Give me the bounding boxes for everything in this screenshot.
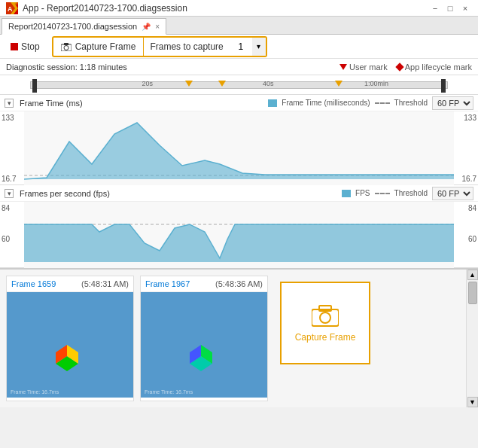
frame-time-legend: Frame Time (milliseconds) Threshold 60 F…: [268, 96, 473, 110]
app-icon: A: [6, 2, 18, 14]
fps-title: Frames per second (fps): [20, 189, 336, 198]
tick-40s: 40s: [263, 80, 274, 87]
fps-chart-section: ▾ Frames per second (fps) FPS Threshold …: [0, 185, 478, 268]
window-controls: − □ ×: [428, 2, 472, 15]
frames-dropdown-button[interactable]: ▾: [252, 38, 266, 56]
toolbar: Stop Capture Frame Frames to capture ▾: [0, 35, 478, 59]
pin-icon: 📌: [142, 23, 151, 31]
frame-1967-preview: Frame Time: 16.7ms: [141, 292, 267, 398]
fps-y-labels-right: 84 60: [454, 202, 478, 268]
frame-time-chart-section: ▾ Frame Time (ms) Frame Time (millisecon…: [0, 95, 478, 185]
fps-canvas: 84 60 84 60: [0, 202, 478, 268]
svg-point-4: [64, 45, 69, 50]
frame-1659-svg: Frame Time: 16.7ms: [7, 292, 133, 398]
frame-1967-label: Frame 1967: [145, 279, 190, 288]
camera-icon: [61, 42, 72, 51]
frame-time-svg: [24, 111, 454, 185]
frame-time-y-labels-right: 133 16.7: [454, 111, 478, 185]
user-mark-2: [218, 81, 226, 87]
capture-frame-button[interactable]: Capture Frame: [53, 38, 144, 56]
scroll-down-button[interactable]: ▼: [467, 397, 478, 407]
timeline[interactable]: 20s 40s 1:00min: [0, 75, 478, 95]
title-bar: A App - Report20140723-1700.diagsession …: [0, 0, 478, 17]
user-mark-icon: [339, 64, 347, 70]
diag-bar: Diagnostic session: 1:18 minutes User ma…: [0, 59, 478, 75]
scroll-track[interactable]: [468, 280, 477, 397]
frame-time-legend-label: Frame Time (milliseconds): [282, 99, 370, 107]
app-mark-label: App lifecycle mark: [405, 62, 472, 72]
svg-text:A: A: [8, 5, 13, 13]
stop-label: Stop: [21, 41, 40, 52]
frame-1659-time: (5:48:31 AM): [81, 279, 129, 288]
session-info: Diagnostic session: 1:18 minutes: [6, 62, 127, 72]
fps-legend-box: [342, 190, 351, 197]
threshold-legend-label: Threshold: [394, 99, 428, 107]
svg-point-23: [320, 312, 330, 323]
svg-marker-11: [24, 224, 454, 262]
capture-frame-card[interactable]: Capture Frame: [280, 282, 370, 364]
title-text: App - Report20140723-1700.diagsession: [23, 3, 187, 14]
frames-to-capture-label: Frames to capture: [144, 41, 229, 52]
title-bar-left: A App - Report20140723-1700.diagsession: [6, 2, 187, 14]
fps-svg: [24, 202, 454, 268]
fps-y-60-r: 60: [455, 235, 476, 243]
frames-scroll-area[interactable]: Frame 1659 (5:48:31 AM) Frame Time: 16.7…: [0, 270, 466, 407]
frame-time-y-labels-left: 133 16.7: [0, 111, 24, 185]
frame-1659-header: Frame 1659 (5:48:31 AM): [7, 276, 133, 292]
y-label-bottom: 16.7: [2, 175, 23, 183]
user-mark-legend: User mark: [339, 62, 388, 72]
capture-label: Capture Frame: [75, 41, 136, 52]
frame-1967-time: (5:48:36 AM): [215, 279, 263, 288]
fps-legend-label: FPS: [355, 189, 370, 197]
frame-card-1659: Frame 1659 (5:48:31 AM) Frame Time: 16.7…: [6, 276, 134, 401]
marks-legend: User mark App lifecycle mark: [339, 62, 472, 72]
y-label-bottom-r: 16.7: [455, 175, 476, 183]
timeline-end-marker[interactable]: [441, 79, 446, 93]
stop-button[interactable]: Stop: [5, 39, 46, 54]
app-mark-icon: [395, 62, 403, 71]
fps-y-labels-left: 84 60: [0, 202, 24, 268]
scroll-up-button[interactable]: ▲: [467, 270, 478, 280]
svg-text:Frame Time: 16.7ms: Frame Time: 16.7ms: [11, 389, 59, 395]
tick-20s: 20s: [142, 80, 154, 87]
capture-card-camera-icon: [312, 303, 339, 328]
frame-time-fps-select[interactable]: 60 FPS 30 FPS: [432, 96, 473, 110]
scroll-thumb[interactable]: [468, 282, 477, 304]
tick-1min: 1:00min: [364, 80, 388, 87]
user-mark-1: [185, 81, 193, 87]
svg-rect-12: [7, 292, 133, 398]
tab-filename: Report20140723-1700.diagsession: [8, 22, 137, 31]
frames-section: Frame 1659 (5:48:31 AM) Frame Time: 16.7…: [0, 268, 478, 407]
close-button[interactable]: ×: [458, 2, 472, 15]
frames-count-input[interactable]: [230, 38, 252, 56]
svg-rect-5: [64, 43, 69, 45]
frame-time-canvas: 133 16.7 133 16.7: [0, 111, 478, 185]
fps-collapse[interactable]: ▾: [5, 189, 14, 198]
frame-time-legend-box: [268, 99, 277, 107]
tab-bar: Report20140723-1700.diagsession 📌 ×: [0, 17, 478, 35]
user-mark-3: [335, 81, 343, 87]
frame-1659-preview: Frame Time: 16.7ms: [7, 292, 133, 398]
timeline-start-marker[interactable]: [32, 79, 37, 93]
frame-time-header: ▾ Frame Time (ms) Frame Time (millisecon…: [0, 95, 478, 111]
frame-time-collapse[interactable]: ▾: [5, 99, 14, 108]
capture-group: Capture Frame Frames to capture ▾: [52, 36, 267, 57]
svg-text:Frame Time: 16.7ms: Frame Time: 16.7ms: [145, 389, 193, 395]
fps-fps-select[interactable]: 60 FPS 30 FPS: [432, 187, 473, 200]
y-label-top: 133: [2, 114, 23, 122]
user-mark-label: User mark: [349, 62, 388, 72]
active-tab[interactable]: Report20140723-1700.diagsession 📌 ×: [2, 18, 166, 35]
vertical-scrollbar[interactable]: ▲ ▼: [466, 270, 478, 407]
restore-button[interactable]: □: [443, 2, 457, 15]
capture-card-label: Capture Frame: [295, 332, 356, 343]
fps-y-84-r: 84: [455, 204, 476, 212]
timeline-track[interactable]: 20s 40s 1:00min: [30, 81, 448, 89]
fps-threshold-label: Threshold: [394, 189, 428, 197]
y-label-top-r: 133: [455, 114, 476, 122]
fps-header: ▾ Frames per second (fps) FPS Threshold …: [0, 185, 478, 202]
frame-1967-svg: Frame Time: 16.7ms: [141, 292, 267, 398]
app-mark-legend: App lifecycle mark: [397, 62, 472, 72]
tab-close-icon[interactable]: ×: [155, 23, 160, 31]
minimize-button[interactable]: −: [428, 2, 442, 15]
frame-1659-label: Frame 1659: [11, 279, 56, 288]
